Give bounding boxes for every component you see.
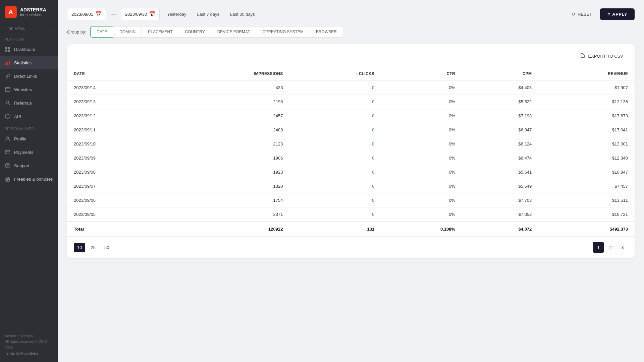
group-by-country-button[interactable]: COUNTRY bbox=[179, 26, 211, 38]
svg-rect-12 bbox=[5, 150, 10, 154]
export-csv-button[interactable]: EXPORT TO CSV bbox=[577, 51, 627, 61]
svg-rect-0 bbox=[5, 47, 7, 49]
content-area: 2023/09/01 📅 — 2023/09/30 📅 Yesterday La… bbox=[58, 0, 644, 362]
sidebar: A ADSTERRA for publishers HIDE MENU ← PL… bbox=[0, 0, 58, 362]
reset-button[interactable]: ↺ RESET bbox=[568, 9, 596, 19]
cell-cpm: $5.649 bbox=[462, 179, 538, 193]
sidebar-item-dashboard[interactable]: Dashboard bbox=[0, 43, 58, 56]
sidebar-item-direct-links[interactable]: Direct Links bbox=[0, 69, 58, 83]
group-by-date-button[interactable]: DATE bbox=[90, 26, 113, 38]
sidebar-item-label: Statistics bbox=[14, 60, 32, 65]
totals-ctr: 0.108% bbox=[381, 222, 462, 236]
cell-clicks: 0 bbox=[289, 137, 381, 151]
per-page-10-button[interactable]: 10 bbox=[74, 243, 85, 252]
cell-date: 2023/09/10 bbox=[67, 137, 168, 151]
arrow-left-icon: ← bbox=[49, 27, 53, 31]
page-3-button[interactable]: 3 bbox=[617, 242, 628, 253]
page-2-button[interactable]: 2 bbox=[605, 242, 616, 253]
cell-cpm: $4.405 bbox=[462, 81, 538, 95]
statistics-table: Date Impressions ↑Clicks CTR CPM bbox=[67, 67, 635, 236]
per-page-25-button[interactable]: 25 bbox=[87, 243, 99, 252]
brand-sub: for publishers bbox=[20, 13, 46, 17]
sidebar-item-profile[interactable]: Profile bbox=[0, 132, 58, 145]
websites-icon bbox=[5, 86, 11, 93]
reset-icon: ↺ bbox=[572, 12, 576, 17]
totals-label: Total bbox=[67, 222, 168, 236]
totals-impressions: 120922 bbox=[168, 222, 290, 236]
svg-point-9 bbox=[7, 101, 9, 103]
col-cpm[interactable]: CPM bbox=[462, 67, 538, 81]
cell-date: 2023/09/14 bbox=[67, 81, 168, 95]
platform-section-label: PLATFORM bbox=[0, 34, 58, 43]
totals-clicks: 131 bbox=[289, 222, 381, 236]
sidebar-item-statistics[interactable]: Statistics bbox=[0, 56, 58, 69]
cell-revenue: $17.041 bbox=[538, 123, 635, 137]
sidebar-item-referrals[interactable]: Referrals bbox=[0, 96, 58, 110]
sidebar-item-payments[interactable]: Payments bbox=[0, 145, 58, 159]
totals-revenue: $492.373 bbox=[538, 222, 635, 236]
cell-ctr: 0% bbox=[381, 123, 462, 137]
sidebar-item-support[interactable]: Support bbox=[0, 159, 58, 172]
export-icon bbox=[580, 53, 585, 59]
cell-impressions: 2198 bbox=[168, 95, 290, 109]
payments-icon bbox=[5, 149, 11, 155]
personal-info-section-label: PERSONAL INFO bbox=[0, 123, 58, 132]
sidebar-item-label: Freebies & bonuses bbox=[14, 177, 53, 182]
cell-impressions: 2123 bbox=[168, 137, 290, 151]
last-7-days-button[interactable]: Last 7 days bbox=[194, 9, 223, 19]
sidebar-item-freebies[interactable]: Freebies & bonuses bbox=[0, 172, 58, 186]
yesterday-button[interactable]: Yesterday bbox=[164, 9, 190, 19]
hide-menu-button[interactable]: HIDE MENU ← bbox=[0, 24, 58, 34]
date-separator: — bbox=[111, 11, 116, 17]
sidebar-item-label: Profile bbox=[14, 136, 26, 141]
page-1-button[interactable]: 1 bbox=[593, 242, 604, 253]
sidebar-item-label: API bbox=[14, 114, 21, 119]
per-page-50-button[interactable]: 50 bbox=[101, 243, 112, 252]
apply-button[interactable]: ≡ APPLY bbox=[600, 8, 635, 20]
col-revenue[interactable]: Revenue bbox=[538, 67, 635, 81]
col-ctr[interactable]: CTR bbox=[381, 67, 462, 81]
cell-impressions: 1320 bbox=[168, 179, 290, 193]
table-row: 2023/09/05 2371 0 0% $7.052 $16.721 bbox=[67, 207, 635, 222]
cell-clicks: 0 bbox=[289, 123, 381, 137]
sidebar-item-websites[interactable]: Websites bbox=[0, 83, 58, 96]
group-by-placement-button[interactable]: PLACEMENT bbox=[142, 26, 178, 38]
sidebar-item-label: Dashboard bbox=[14, 47, 36, 52]
last-30-days-button[interactable]: Last 30 days bbox=[227, 9, 258, 19]
cell-cpm: $6.847 bbox=[462, 123, 538, 137]
cell-revenue: $17.673 bbox=[538, 109, 635, 123]
date-from-input[interactable]: 2023/09/01 📅 bbox=[67, 8, 106, 20]
cell-date: 2023/09/11 bbox=[67, 123, 168, 137]
group-by-operating-system-button[interactable]: OPERATING SYSTEM bbox=[256, 26, 309, 38]
cell-cpm: $5.522 bbox=[462, 95, 538, 109]
col-impressions[interactable]: Impressions bbox=[168, 67, 290, 81]
col-date[interactable]: Date bbox=[67, 67, 168, 81]
sidebar-item-api[interactable]: API bbox=[0, 110, 58, 123]
cell-ctr: 0% bbox=[381, 179, 462, 193]
table-row: 2023/09/14 433 0 0% $4.405 $1.907 bbox=[67, 81, 635, 95]
cell-ctr: 0% bbox=[381, 137, 462, 151]
cell-ctr: 0% bbox=[381, 109, 462, 123]
cell-clicks: 0 bbox=[289, 165, 381, 179]
sidebar-item-label: Support bbox=[14, 163, 30, 168]
cell-clicks: 0 bbox=[289, 151, 381, 165]
table-row: 2023/09/06 1754 0 0% $7.703 $13.511 bbox=[67, 193, 635, 207]
col-clicks[interactable]: ↑Clicks bbox=[289, 67, 381, 81]
group-by-device-format-button[interactable]: DEVICE FORMAT bbox=[211, 26, 256, 38]
svg-rect-3 bbox=[8, 50, 10, 52]
support-icon bbox=[5, 163, 11, 169]
sidebar-item-label: Direct Links bbox=[14, 74, 37, 79]
cell-date: 2023/09/09 bbox=[67, 151, 168, 165]
footer-terms-link[interactable]: Terms for Publishers bbox=[5, 351, 38, 355]
date-to-input[interactable]: 2023/09/30 📅 bbox=[121, 8, 160, 20]
cell-revenue: $12.340 bbox=[538, 151, 635, 165]
group-by-browser-button[interactable]: BROWSER bbox=[310, 26, 343, 38]
cell-ctr: 0% bbox=[381, 207, 462, 222]
cell-cpm: $6.474 bbox=[462, 151, 538, 165]
cell-ctr: 0% bbox=[381, 95, 462, 109]
table-row: 2023/09/08 1923 0 0% $5.641 $10.847 bbox=[67, 165, 635, 179]
cell-ctr: 0% bbox=[381, 165, 462, 179]
cell-date: 2023/09/12 bbox=[67, 109, 168, 123]
table-header-row: Date Impressions ↑Clicks CTR CPM bbox=[67, 67, 635, 81]
group-by-domain-button[interactable]: DOMAIN bbox=[113, 26, 142, 38]
